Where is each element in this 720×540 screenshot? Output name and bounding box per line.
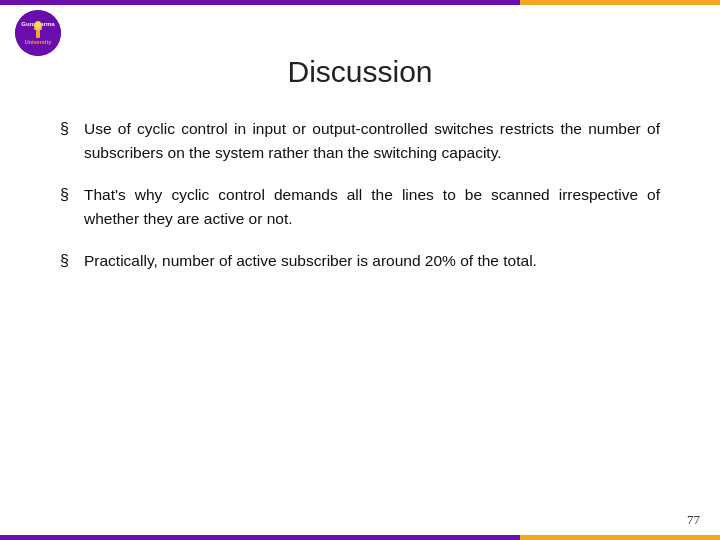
bullet-list: § Use of cyclic control in input or outp… (60, 117, 660, 274)
bullet-symbol-2: § (60, 183, 78, 208)
bottom-border-purple (0, 535, 520, 540)
slide-title: Discussion (60, 55, 660, 89)
logo-area: Gunadarma University (15, 10, 61, 56)
logo-circle: Gunadarma University (15, 10, 61, 56)
main-content: Discussion § Use of cyclic control in in… (60, 55, 660, 510)
logo-icon: Gunadarma University (15, 10, 61, 56)
top-border-purple (0, 0, 520, 5)
bullet-symbol-3: § (60, 249, 78, 274)
svg-text:University: University (25, 39, 53, 45)
bottom-border-orange (520, 535, 720, 540)
bullet-text-2: That's why cyclic control demands all th… (84, 183, 660, 231)
bullet-item-3: § Practically, number of active subscrib… (60, 249, 660, 274)
svg-rect-3 (36, 30, 40, 38)
bullet-text-3: Practically, number of active subscriber… (84, 249, 660, 273)
bullet-item-2: § That's why cyclic control demands all … (60, 183, 660, 231)
bullet-item-1: § Use of cyclic control in input or outp… (60, 117, 660, 165)
top-border (0, 0, 720, 5)
bottom-border (0, 535, 720, 540)
bullet-symbol-1: § (60, 117, 78, 142)
page-number: 77 (687, 512, 700, 528)
svg-point-5 (36, 22, 41, 28)
top-border-orange (520, 0, 720, 5)
bullet-text-1: Use of cyclic control in input or output… (84, 117, 660, 165)
